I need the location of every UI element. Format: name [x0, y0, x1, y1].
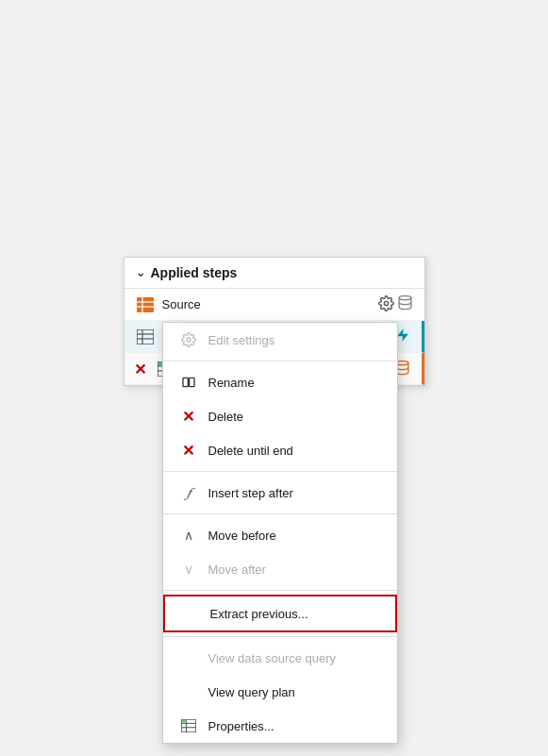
applied-steps-header: ⌄ Applied steps — [125, 258, 424, 289]
view-datasource-query-label: View data source query — [208, 651, 337, 665]
close-icon[interactable]: ✕ — [134, 360, 146, 378]
chevron-down-icon: ∨ — [178, 559, 199, 580]
svg-rect-25 — [182, 720, 186, 723]
svg-point-16 — [396, 361, 408, 364]
menu-properties[interactable]: Properties... — [163, 709, 397, 743]
extract-previous-label: Extract previous... — [210, 607, 308, 621]
divider-4 — [163, 590, 397, 591]
fx-icon: 𝑓 — [178, 482, 199, 503]
move-after-label: Move after — [208, 563, 266, 577]
edit-settings-gear-icon — [178, 329, 199, 350]
properties-label: Properties... — [208, 719, 274, 733]
chevron-up-icon: ∧ — [178, 525, 199, 546]
move-before-label: Move before — [208, 529, 276, 543]
context-menu: Edit settings Rename ✕ Delete ✕ Delete u… — [162, 322, 398, 744]
view-query-plan-label: View query plan — [208, 685, 295, 699]
svg-marker-10 — [397, 328, 408, 341]
svg-rect-19 — [189, 378, 193, 386]
rename-label: Rename — [208, 376, 255, 390]
svg-point-5 — [399, 295, 411, 299]
source-icon — [136, 295, 155, 314]
divider-3 — [163, 513, 397, 514]
extract-previous-icon — [180, 603, 201, 624]
divider-1 — [163, 361, 397, 361]
delete-x-icon: ✕ — [178, 406, 199, 427]
divider-5 — [163, 636, 397, 637]
menu-edit-settings[interactable]: Edit settings — [163, 323, 397, 357]
query-plan-icon — [178, 681, 199, 702]
menu-view-query-plan[interactable]: View query plan — [163, 675, 397, 709]
delete-until-end-label: Delete until end — [208, 444, 293, 458]
svg-rect-6 — [137, 329, 154, 344]
step-source[interactable]: Source — [125, 289, 424, 321]
delete-end-x-icon: ✕ — [178, 440, 199, 461]
datasource-icon — [178, 647, 199, 668]
panel-title: Applied steps — [151, 265, 238, 280]
menu-view-datasource-query[interactable]: View data source query — [163, 641, 397, 675]
rename-icon — [178, 372, 199, 393]
properties-table-icon — [178, 715, 199, 736]
menu-insert-step-after[interactable]: 𝑓 Insert step after — [163, 476, 397, 510]
svg-point-17 — [187, 338, 191, 342]
divider-2 — [163, 471, 397, 472]
menu-rename[interactable]: Rename — [163, 365, 397, 399]
svg-rect-0 — [137, 297, 154, 312]
database-icon — [397, 294, 413, 314]
svg-rect-18 — [183, 378, 188, 386]
edit-settings-label: Edit settings — [208, 333, 275, 347]
chevron-down-icon: ⌄ — [136, 266, 145, 279]
gear-icon[interactable] — [378, 295, 394, 314]
menu-delete-until-end[interactable]: ✕ Delete until end — [163, 433, 397, 467]
insert-step-after-label: Insert step after — [208, 486, 293, 500]
menu-move-after[interactable]: ∨ Move after — [163, 552, 397, 586]
delete-label: Delete — [208, 410, 244, 424]
menu-delete[interactable]: ✕ Delete — [163, 399, 397, 433]
navigation-icon — [136, 328, 155, 346]
svg-point-4 — [384, 301, 388, 305]
applied-steps-panel: ⌄ Applied steps Source — [124, 257, 425, 386]
source-actions — [378, 294, 413, 314]
source-label: Source — [162, 297, 201, 311]
menu-extract-previous[interactable]: Extract previous... — [163, 595, 397, 632]
menu-move-before[interactable]: ∧ Move before — [163, 518, 397, 552]
